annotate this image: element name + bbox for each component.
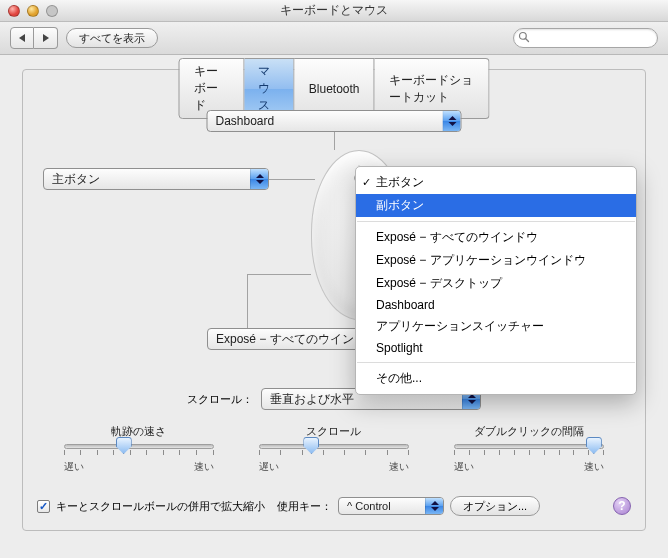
menu-item[interactable]: Exposé − すべてのウインドウ (356, 226, 636, 249)
scroll-label: スクロール： (187, 392, 253, 407)
back-button[interactable] (10, 27, 34, 49)
doubleclick-speed-slider: ダブルクリックの間隔 遅い速い (444, 424, 614, 474)
left-button-popup[interactable]: 主ボタン (43, 168, 269, 190)
zoom-checkbox-label: キーとスクロールボールの併用で拡大縮小 (56, 499, 265, 514)
menu-item[interactable]: Exposé − アプリケーションウインドウ (356, 249, 636, 272)
window-title: キーボードとマウス (0, 2, 668, 19)
chevron-right-icon (43, 34, 49, 42)
popup-arrows-icon (443, 111, 461, 131)
slider-track[interactable] (259, 444, 409, 449)
tracking-speed-slider: 軌跡の速さ 遅い速い (54, 424, 224, 474)
popup-label: ^ Control (339, 500, 425, 512)
slider-track[interactable] (64, 444, 214, 449)
sliders: 軌跡の速さ 遅い速い スクロール 遅い速い (37, 424, 631, 474)
scroll-speed-slider: スクロール 遅い速い (249, 424, 419, 474)
menu-item[interactable]: Exposé − デスクトップ (356, 272, 636, 295)
modifier-popup[interactable]: ^ Control (338, 497, 444, 515)
scrollball-action-popup[interactable]: Dashboard (207, 110, 462, 132)
pref-panel: キーボード マウス Bluetooth キーボードショートカット Dashboa… (22, 69, 646, 531)
menu-item[interactable]: アプリケーションスイッチャー (356, 315, 636, 338)
popup-label: Dashboard (208, 114, 443, 128)
mouse-config-area: Dashboard 主ボタン Exposé − すべてのウインドウ (37, 106, 631, 386)
options-button[interactable]: オプション... (450, 496, 540, 516)
popup-arrows-icon (250, 169, 268, 189)
forward-button[interactable] (34, 27, 58, 49)
slider-track[interactable] (454, 444, 604, 449)
titlebar: キーボードとマウス (0, 0, 668, 22)
menu-item[interactable]: ✓主ボタン (356, 171, 636, 194)
nav-segmented (10, 27, 58, 49)
chevron-left-icon (19, 34, 25, 42)
menu-item[interactable]: その他... (356, 367, 636, 390)
show-all-label: すべてを表示 (79, 31, 145, 46)
zoom-row: ✓ キーとスクロールボールの併用で拡大縮小 使用キー： ^ Control オプ… (37, 496, 631, 516)
svg-line-1 (526, 39, 529, 42)
window: キーボードとマウス すべてを表示 キーボード マウス Bluetooth キーボ… (0, 0, 668, 558)
menu-separator (357, 362, 635, 363)
search-icon (518, 31, 530, 43)
toolbar: すべてを表示 (0, 22, 668, 55)
menu-item[interactable]: Spotlight (356, 338, 636, 358)
show-all-button[interactable]: すべてを表示 (66, 28, 158, 48)
popup-arrows-icon (425, 498, 443, 514)
search-input[interactable] (513, 28, 658, 48)
popup-label: 主ボタン (44, 171, 250, 188)
help-button[interactable]: ? (613, 497, 631, 515)
menu-item[interactable]: Dashboard (356, 295, 636, 315)
menu-item[interactable]: 副ボタン (356, 194, 636, 217)
menu-separator (357, 221, 635, 222)
zoom-checkbox[interactable]: ✓ (37, 500, 50, 513)
modifier-label: 使用キー： (277, 499, 332, 514)
checkmark-icon: ✓ (362, 176, 371, 189)
right-button-menu: ✓主ボタン 副ボタン Exposé − すべてのウインドウ Exposé − ア… (355, 166, 637, 395)
